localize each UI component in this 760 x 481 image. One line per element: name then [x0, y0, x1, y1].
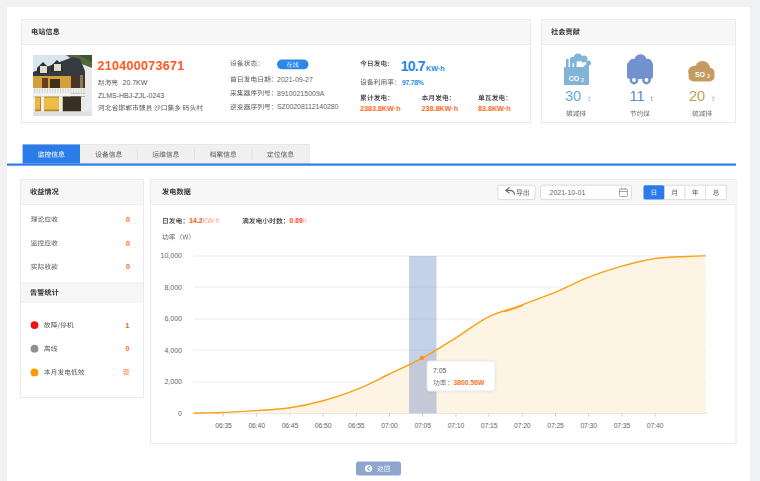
svg-text:06:55: 06:55 — [348, 422, 365, 429]
svg-text:07:15: 07:15 — [481, 422, 498, 429]
svg-text:6,000: 6,000 — [164, 315, 182, 322]
svg-text:4,000: 4,000 — [164, 347, 182, 354]
svg-text:2021-10-01: 2021-10-01 — [550, 189, 586, 196]
svg-text:07:05: 07:05 — [414, 422, 431, 429]
svg-text:3800.56W: 3800.56W — [453, 379, 485, 386]
svg-text:KW·h: KW·h — [426, 64, 445, 73]
svg-text:2021-09-27: 2021-09-27 — [277, 76, 313, 83]
svg-text:30: 30 — [565, 88, 581, 104]
svg-text:06:40: 06:40 — [248, 422, 265, 429]
svg-text:07:10: 07:10 — [448, 422, 465, 429]
svg-text:11: 11 — [629, 88, 644, 104]
svg-text:07:00: 07:00 — [381, 422, 398, 429]
svg-text:SO: SO — [695, 71, 706, 78]
svg-text:07:35: 07:35 — [614, 422, 631, 429]
svg-text:ZLMS-HBJ-ZJL-0243: ZLMS-HBJ-ZJL-0243 — [98, 92, 164, 99]
svg-text:20: 20 — [689, 88, 705, 104]
svg-text:h: h — [303, 217, 307, 224]
svg-text:2,000: 2,000 — [164, 378, 182, 385]
svg-text:2: 2 — [581, 78, 584, 83]
svg-text:89100215009A: 89100215009A — [277, 90, 325, 97]
svg-text:20.7KW: 20.7KW — [123, 79, 148, 86]
svg-text:0: 0 — [126, 215, 130, 224]
svg-text:238.8KW·h: 238.8KW·h — [422, 104, 459, 113]
svg-text:06:35: 06:35 — [215, 422, 232, 429]
svg-text:7:05: 7:05 — [433, 367, 446, 374]
svg-text:KW·h: KW·h — [203, 217, 220, 224]
svg-text:14.2: 14.2 — [189, 217, 202, 224]
svg-text:0: 0 — [126, 262, 130, 271]
svg-text:0: 0 — [126, 344, 130, 353]
svg-text:8,000: 8,000 — [164, 284, 182, 291]
svg-text:97.78%: 97.78% — [402, 79, 424, 86]
svg-text:10.7: 10.7 — [401, 58, 426, 74]
svg-text:83.8KW·h: 83.8KW·h — [478, 104, 511, 113]
svg-text:0: 0 — [126, 239, 130, 248]
svg-text:07:30: 07:30 — [580, 422, 597, 429]
svg-text:2: 2 — [707, 74, 710, 79]
svg-text:07:40: 07:40 — [647, 422, 664, 429]
svg-text:0: 0 — [178, 410, 182, 417]
svg-text:SZ00208112140280: SZ00208112140280 — [277, 103, 339, 110]
svg-text:2383.8KW·h: 2383.8KW·h — [360, 104, 401, 113]
svg-text:07:20: 07:20 — [514, 422, 531, 429]
svg-text:06:50: 06:50 — [315, 422, 332, 429]
svg-text:1: 1 — [126, 321, 130, 330]
svg-text:10,000: 10,000 — [161, 252, 183, 259]
svg-text:06:45: 06:45 — [282, 422, 299, 429]
svg-text:07:25: 07:25 — [547, 422, 564, 429]
svg-text:210400073671: 210400073671 — [98, 59, 185, 73]
svg-text:CO: CO — [569, 75, 580, 82]
svg-text:0.69: 0.69 — [290, 217, 303, 224]
